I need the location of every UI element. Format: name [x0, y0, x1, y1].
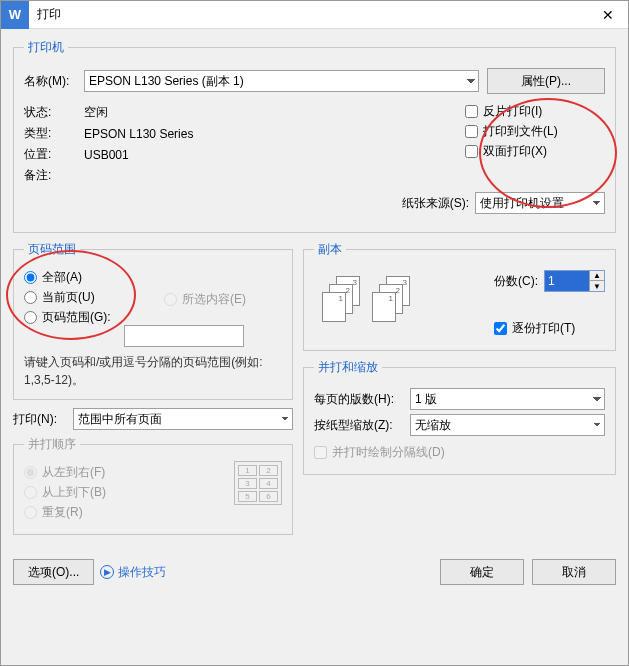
- order-repeat-radio: 重复(R): [24, 504, 234, 521]
- order-ltr-radio: 从左到右(F): [24, 464, 234, 481]
- paper-source-select[interactable]: 使用打印机设置: [475, 192, 605, 214]
- print-to-file-checkbox[interactable]: 打印到文件(L): [465, 123, 605, 140]
- location-label: 位置:: [24, 146, 84, 163]
- copies-count-label: 份数(C):: [494, 273, 538, 290]
- draw-border-checkbox: 并打时绘制分隔线(D): [314, 444, 605, 461]
- collate-checkbox[interactable]: 逐份打印(T): [494, 320, 605, 337]
- remarks-label: 备注:: [24, 167, 84, 184]
- scale-legend: 并打和缩放: [314, 359, 382, 376]
- print-order-group: 并打顺序 从左到右(F) 从上到下(B) 重复(R) 123456: [13, 436, 293, 535]
- tips-link[interactable]: ▶ 操作技巧: [100, 564, 166, 581]
- status-label: 状态:: [24, 104, 84, 121]
- duplex-checkbox[interactable]: 双面打印(X): [465, 143, 605, 160]
- window-title: 打印: [29, 6, 588, 23]
- properties-button[interactable]: 属性(P)...: [487, 68, 605, 94]
- app-icon: W: [1, 1, 29, 29]
- type-value: EPSON L130 Series: [84, 127, 193, 141]
- copies-legend: 副本: [314, 241, 346, 258]
- options-button[interactable]: 选项(O)...: [13, 559, 94, 585]
- paper-source-label: 纸张来源(S):: [402, 195, 469, 212]
- printer-legend: 打印机: [24, 39, 68, 56]
- range-pages-radio[interactable]: 页码范围(G):: [24, 309, 164, 326]
- range-all-radio[interactable]: 全部(A): [24, 269, 164, 286]
- cancel-button[interactable]: 取消: [532, 559, 616, 585]
- status-value: 空闲: [84, 104, 108, 121]
- page-range-input[interactable]: [124, 325, 244, 347]
- range-selection-radio: 所选内容(E): [164, 291, 246, 308]
- paper-scale-select[interactable]: 无缩放: [410, 414, 605, 436]
- print-what-label: 打印(N):: [13, 411, 73, 428]
- printer-name-label: 名称(M):: [24, 73, 84, 90]
- play-icon: ▶: [100, 565, 114, 579]
- print-what-select[interactable]: 范围中所有页面: [73, 408, 293, 430]
- location-value: USB001: [84, 148, 129, 162]
- ok-button[interactable]: 确定: [440, 559, 524, 585]
- scale-group: 并打和缩放 每页的版数(H): 1 版 按纸型缩放(Z): 无缩放 并打时绘制分…: [303, 359, 616, 475]
- footer: 选项(O)... ▶ 操作技巧 确定 取消: [1, 553, 628, 595]
- print-order-legend: 并打顺序: [24, 436, 80, 453]
- per-sheet-label: 每页的版数(H):: [314, 391, 410, 408]
- spin-up[interactable]: ▲: [590, 271, 604, 281]
- printer-group: 打印机 名称(M): EPSON L130 Series (副本 1) 属性(P…: [13, 39, 616, 233]
- copies-input[interactable]: [545, 271, 589, 291]
- paper-scale-label: 按纸型缩放(Z):: [314, 417, 410, 434]
- page-range-group: 页码范围 全部(A) 当前页(U) 页码范围(G): 所选内容(E): [13, 241, 293, 400]
- close-button[interactable]: ✕: [588, 1, 628, 29]
- collate-illustration: 3 2 1 3 2 1: [322, 276, 412, 322]
- order-ttb-radio: 从上到下(B): [24, 484, 234, 501]
- printer-name-select[interactable]: EPSON L130 Series (副本 1): [84, 70, 479, 92]
- reverse-print-checkbox[interactable]: 反片打印(I): [465, 103, 605, 120]
- page-range-legend: 页码范围: [24, 241, 80, 258]
- titlebar: W 打印 ✕: [1, 1, 628, 29]
- per-sheet-select[interactable]: 1 版: [410, 388, 605, 410]
- print-order-illustration: 123456: [234, 461, 282, 505]
- type-label: 类型:: [24, 125, 84, 142]
- copies-spinner[interactable]: ▲▼: [544, 270, 605, 292]
- page-range-hint: 请键入页码和/或用逗号分隔的页码范围(例如: 1,3,5-12)。: [24, 353, 282, 389]
- copies-group: 副本 3 2 1 3 2 1: [303, 241, 616, 351]
- print-dialog: W 打印 ✕ 打印机 名称(M): EPSON L130 Series (副本 …: [0, 0, 629, 666]
- range-current-radio[interactable]: 当前页(U): [24, 289, 164, 306]
- spin-down[interactable]: ▼: [590, 281, 604, 291]
